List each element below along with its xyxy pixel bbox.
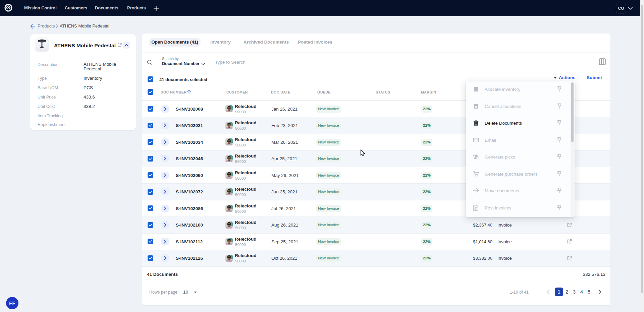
svg-text:$: $ xyxy=(475,207,477,209)
